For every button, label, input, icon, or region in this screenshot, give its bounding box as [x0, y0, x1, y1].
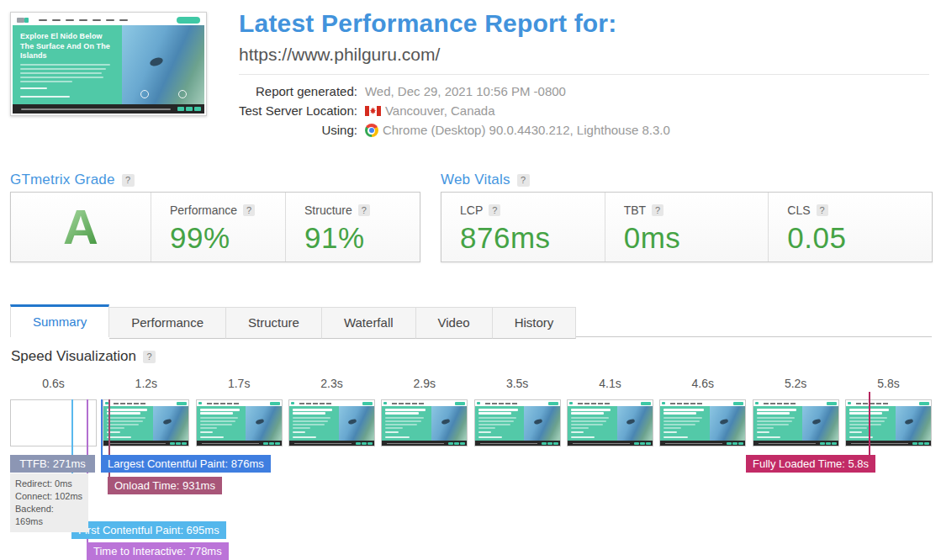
- mini-site-cookie-bar: [753, 441, 838, 446]
- timeline-tick-label: 1.7s: [196, 377, 283, 394]
- metric-value: 99%: [170, 221, 285, 255]
- mini-site-header: [197, 400, 282, 406]
- tab-video[interactable]: Video: [416, 307, 493, 339]
- help-icon[interactable]: ?: [517, 174, 530, 187]
- mini-site-logo: [477, 402, 480, 404]
- connection-breakdown-box: Redirect: 0ms Connect: 102ms Backend: 16…: [10, 473, 88, 532]
- filmstrip-column: 1.7s: [196, 377, 283, 446]
- site-thumbnail-content: Explore El Nido Below The Surface And On…: [13, 14, 204, 114]
- help-icon[interactable]: ?: [243, 204, 255, 216]
- filmstrip-frame: [845, 399, 932, 446]
- mini-site-hero: [660, 406, 745, 441]
- web-vitals-box: LCP? 876ms TBT? 0ms CLS? 0.05: [441, 192, 933, 262]
- mini-site-hero-text: [103, 406, 153, 441]
- redirect-time: Redirect: 0ms: [15, 478, 83, 490]
- meta-label: Report generated:: [239, 84, 365, 103]
- mini-site-hero-heading: Explore El Nido Below The Surface And On…: [20, 32, 115, 61]
- meta-row-browser: Using: Chrome (Desktop) 90.0.4430.212, L…: [239, 123, 670, 142]
- chrome-icon: [365, 124, 378, 137]
- meta-label: Using:: [239, 123, 365, 142]
- speed-visualization-area: 0.6s1.2s1.7s2.3s2.9s3.5s4.1s4.6s5.2s5.8s…: [10, 377, 932, 560]
- mini-site-hero: [197, 406, 282, 441]
- mini-site-header: [289, 400, 374, 406]
- report-tabs: Summary Performance Structure Waterfall …: [10, 304, 932, 339]
- mini-site-hero-photo: [153, 406, 188, 441]
- help-icon[interactable]: ?: [489, 204, 500, 216]
- help-icon[interactable]: ?: [817, 204, 828, 216]
- tab-history[interactable]: History: [493, 307, 577, 339]
- mini-site-hero: [289, 406, 374, 441]
- filmstrip: 0.6s1.2s1.7s2.3s2.9s3.5s4.1s4.6s5.2s5.8s: [10, 377, 932, 446]
- mini-site-hero-text: [846, 406, 896, 441]
- mini-site-hero-text: [197, 406, 246, 441]
- mini-site-hero-photo: [802, 406, 838, 441]
- mini-site-cta-button: [548, 402, 558, 405]
- mini-site-cookie-bar: [197, 441, 282, 446]
- report-url-link[interactable]: https://www.philguru.com/: [239, 45, 932, 65]
- mini-site-hero-photo: [246, 406, 281, 441]
- mini-site-cta-button: [827, 402, 837, 405]
- timeline-tick-label: 4.1s: [567, 377, 653, 394]
- filmstrip-frame: [103, 399, 189, 446]
- tab-bar-spacer: [576, 304, 932, 337]
- mini-site-hero-text: [475, 406, 525, 441]
- mini-site-hero-photo: [710, 406, 745, 441]
- filmstrip-frame: [381, 399, 468, 446]
- mini-site-cookie-bar: [13, 104, 204, 114]
- meta-value: Chrome (Desktop) 90.0.4430.212, Lighthou…: [365, 123, 670, 142]
- gtmetrix-grade-title: GTmetrix Grade?: [10, 172, 135, 188]
- metric-value: 0.05: [787, 221, 932, 255]
- canada-flag-icon: [365, 106, 381, 116]
- filmstrip-column: 3.5s: [474, 377, 561, 446]
- filmstrip-frame: [659, 399, 746, 446]
- timeline-tick-label: 5.2s: [753, 377, 839, 394]
- help-icon[interactable]: ?: [143, 351, 156, 363]
- help-icon[interactable]: ?: [122, 174, 135, 187]
- filmstrip-frame: [567, 399, 653, 446]
- mini-site-hero: [475, 406, 560, 441]
- filmstrip-column: 5.2s: [753, 377, 839, 446]
- report-header: Latest Performance Report for: https://w…: [239, 8, 932, 65]
- mini-site-cookie-bar: [103, 441, 188, 446]
- meta-value: Vancouver, Canada: [365, 103, 670, 123]
- metric-label: Structure?: [304, 203, 420, 217]
- filmstrip-frame-blank: [10, 399, 97, 446]
- speed-visualization-title: Speed Visualization?: [11, 348, 156, 365]
- filmstrip-column: 1.2s: [103, 377, 189, 446]
- mini-site-cookie-bar: [475, 441, 560, 446]
- mini-site-nav: [39, 19, 128, 21]
- tab-summary[interactable]: Summary: [10, 304, 109, 337]
- diver-shape: [149, 56, 164, 68]
- tab-structure[interactable]: Structure: [226, 307, 322, 339]
- timeline-tick-label: 3.5s: [474, 377, 561, 394]
- mini-site-hero: Explore El Nido Below The Surface And On…: [13, 25, 204, 104]
- lcp-metric-cell: LCP? 876ms: [441, 193, 605, 262]
- gtmetrix-grade-box: A Performance? 99% Structure? 91%: [10, 192, 420, 262]
- structure-metric-cell: Structure? 91%: [286, 193, 420, 262]
- filmstrip-frame: [196, 399, 283, 446]
- timeline-tick-label: 2.9s: [381, 377, 468, 394]
- mini-site-hero-text: [753, 406, 803, 441]
- mini-site-cta-button: [919, 402, 929, 405]
- filmstrip-column: 5.8s: [845, 377, 932, 446]
- gtmetrix-report-page: Explore El Nido Below The Surface And On…: [0, 0, 941, 560]
- fully-loaded-badge: Fully Loaded Time: 5.8s: [746, 455, 875, 473]
- mini-site-hero: [753, 406, 838, 441]
- filmstrip-column: 4.6s: [659, 377, 746, 446]
- lcp-badge: Largest Contentful Paint: 876ms: [101, 455, 271, 473]
- mini-site-cookie-bar: [289, 441, 374, 446]
- filmstrip-frame: [753, 399, 839, 446]
- mini-site-logo: [198, 402, 202, 404]
- filmstrip-column: 2.3s: [288, 377, 375, 446]
- ttfb-badge: TTFB: 271ms: [10, 455, 95, 473]
- help-icon[interactable]: ?: [358, 204, 370, 216]
- metric-label: CLS?: [787, 203, 932, 217]
- mini-site-hero-text: [382, 406, 431, 441]
- tab-waterfall[interactable]: Waterfall: [322, 307, 416, 339]
- tab-performance[interactable]: Performance: [109, 307, 226, 339]
- mini-site-header: [382, 400, 467, 406]
- help-icon[interactable]: ?: [652, 204, 663, 216]
- mini-site-hero: [103, 406, 188, 441]
- mini-site-cta-button: [177, 402, 187, 405]
- mini-site-hero-text: [289, 406, 339, 441]
